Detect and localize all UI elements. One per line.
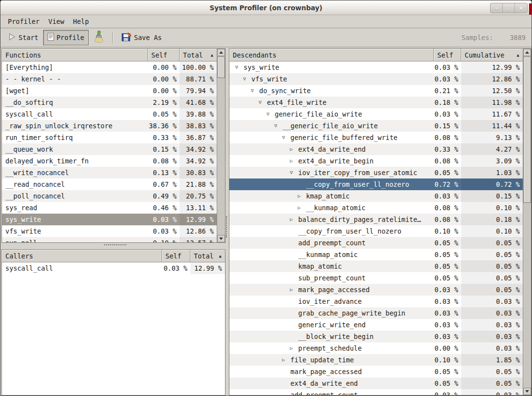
expander-closed-icon[interactable]: ▷ bbox=[290, 155, 298, 167]
start-button[interactable]: Start bbox=[3, 30, 43, 45]
maximize-button[interactable]: □ bbox=[503, 3, 515, 13]
table-row[interactable]: __block_write_begin0.03 %0.03 % bbox=[229, 331, 523, 342]
expander-closed-icon[interactable]: ▷ bbox=[282, 354, 290, 366]
table-row[interactable]: ▷__kunmap_atomic0.08 %0.10 % bbox=[229, 202, 523, 214]
table-row[interactable]: __write_nocancel0.13 %30.83 % bbox=[2, 167, 217, 178]
descendants-column-header[interactable]: Descendants bbox=[229, 49, 434, 61]
table-row[interactable]: syscall_call0.03 %12.99 % bbox=[2, 262, 225, 274]
total-column-header[interactable]: Total▲ bbox=[190, 250, 225, 262]
vertical-splitter-handle[interactable] bbox=[226, 216, 228, 238]
table-row[interactable]: iov_iter_advance0.03 %0.03 % bbox=[229, 296, 523, 307]
table-row[interactable]: [Everything]0.00 %100.00 % bbox=[2, 61, 217, 73]
self-column-header[interactable]: Self bbox=[148, 49, 180, 61]
functions-header: Functions Self Total▲ bbox=[2, 49, 217, 61]
scroll-down-button[interactable] bbox=[217, 235, 225, 242]
save-as-button[interactable]: Save As bbox=[117, 29, 166, 46]
expander-open-icon[interactable]: ▽ bbox=[282, 132, 290, 143]
table-row[interactable]: ▷ext4_da_write_begin0.08 %3.09 % bbox=[229, 155, 523, 167]
expander-open-icon[interactable]: ▽ bbox=[290, 167, 298, 178]
table-row[interactable]: [wget]0.00 %79.94 % bbox=[2, 85, 217, 97]
table-row[interactable]: __kunmap_atomic0.05 %0.05 % bbox=[229, 249, 523, 260]
table-row[interactable]: grab_cache_page_write_begin0.03 %0.03 % bbox=[229, 307, 523, 319]
table-row[interactable]: __copy_from_user_ll_nozero0.72 %0.72 % bbox=[229, 178, 523, 190]
table-row[interactable]: ▷kmap_atomic0.03 %0.15 % bbox=[229, 190, 523, 202]
horizontal-splitter-handle[interactable] bbox=[104, 244, 126, 246]
table-row[interactable]: mark_page_accessed0.05 %0.05 % bbox=[229, 366, 523, 377]
table-row[interactable]: ▷mark_page_accessed0.03 %0.05 % bbox=[229, 284, 523, 296]
table-row[interactable]: ▽__generic_file_aio_write0.15 %11.44 % bbox=[229, 120, 523, 132]
scrollbar-thumb[interactable] bbox=[523, 57, 531, 203]
descendants-scrollbar[interactable] bbox=[523, 49, 531, 395]
table-row[interactable]: ▽do_sync_write0.21 %12.50 % bbox=[229, 85, 523, 97]
table-row[interactable]: sys_poll0.10 %12.57 % bbox=[2, 237, 217, 242]
titlebar[interactable]: System Profiler (on crownbay) – □ × bbox=[0, 0, 532, 15]
expander-open-icon[interactable]: ▽ bbox=[251, 85, 259, 97]
table-row[interactable]: sys_write0.03 %12.99 % bbox=[2, 214, 217, 225]
expander-open-icon[interactable]: ▽ bbox=[259, 97, 267, 108]
self-column-header[interactable]: Self bbox=[434, 49, 461, 61]
expander-closed-icon[interactable]: ▷ bbox=[290, 143, 298, 155]
table-row[interactable]: ▽ext4_file_write0.18 %11.98 % bbox=[229, 97, 523, 108]
functions-scrollbar[interactable] bbox=[217, 49, 225, 242]
table-row[interactable]: ▽iov_iter_copy_from_user_atomic0.05 %1.0… bbox=[229, 167, 523, 178]
self-column-header[interactable]: Self bbox=[162, 250, 190, 262]
table-row[interactable]: ▽vfs_write0.03 %12.86 % bbox=[229, 73, 523, 85]
expander-open-icon[interactable]: ▽ bbox=[243, 73, 251, 85]
expander-open-icon[interactable]: ▽ bbox=[235, 61, 244, 73]
table-row[interactable]: __poll_nocancel0.49 %20.75 % bbox=[2, 190, 217, 202]
table-row[interactable]: add_preempt_count0.03 %0.03 % bbox=[229, 389, 523, 395]
table-row[interactable]: ▽generic_file_aio_write0.03 %11.67 % bbox=[229, 108, 523, 120]
scroll-up-button[interactable] bbox=[217, 49, 225, 56]
expander-closed-icon[interactable]: ▷ bbox=[290, 284, 298, 296]
table-row[interactable]: __copy_from_user_ll_nozero0.10 %0.10 % bbox=[229, 225, 523, 237]
cell-function-name: ▽sys_write bbox=[229, 61, 434, 73]
expander-closed-icon[interactable]: ▷ bbox=[298, 190, 306, 202]
function-name-label: sub_preempt_count bbox=[298, 272, 366, 284]
cumulative-column-header[interactable]: Cumulative▲ bbox=[461, 49, 523, 61]
table-row[interactable]: - - kernel - -0.00 %88.71 % bbox=[2, 73, 217, 85]
table-row[interactable]: ext4_da_write_end0.05 %0.05 % bbox=[229, 377, 523, 389]
menu-profiler[interactable]: Profiler bbox=[3, 16, 44, 27]
table-row[interactable]: vfs_write0.03 %12.86 % bbox=[2, 225, 217, 237]
cell-self: 0.08 % bbox=[434, 202, 461, 214]
table-row[interactable]: syscall_call0.05 %39.88 % bbox=[2, 108, 217, 120]
table-row[interactable]: ▷preempt_schedule0.00 %0.03 % bbox=[229, 342, 523, 354]
cell-self: 2.19 % bbox=[148, 97, 180, 108]
table-row[interactable]: ▷ext4_da_write_end0.33 %4.27 % bbox=[229, 143, 523, 155]
table-row[interactable]: ▽sys_write0.03 %12.99 % bbox=[229, 61, 523, 73]
menu-view[interactable]: View bbox=[44, 16, 69, 27]
menu-help[interactable]: Help bbox=[69, 16, 94, 27]
profile-toggle-button[interactable]: Profile bbox=[43, 30, 89, 45]
table-row[interactable]: _raw_spin_unlock_irqrestore38.36 %38.83 … bbox=[2, 120, 217, 132]
table-row[interactable]: sys_read0.46 %13.11 % bbox=[2, 202, 217, 214]
table-row[interactable]: generic_write_end0.03 %0.03 % bbox=[229, 319, 523, 331]
scroll-up-button[interactable] bbox=[523, 49, 531, 56]
close-button[interactable]: × bbox=[515, 3, 527, 13]
scrollbar-thumb[interactable] bbox=[217, 57, 225, 78]
table-row[interactable]: sub_preempt_count0.05 %0.05 % bbox=[229, 272, 523, 284]
total-column-header[interactable]: Total▲ bbox=[180, 49, 217, 61]
table-row[interactable]: kmap_atomic0.05 %0.05 % bbox=[229, 260, 523, 272]
callers-column-header[interactable]: Callers bbox=[2, 250, 162, 262]
table-row[interactable]: __read_nocancel0.67 %21.88 % bbox=[2, 178, 217, 190]
cell-self: 0.13 % bbox=[148, 167, 180, 178]
expander-open-icon[interactable]: ▽ bbox=[274, 120, 283, 132]
table-row[interactable]: ▷balance_dirty_pages_ratelimite…0.08 %0.… bbox=[229, 214, 523, 225]
table-row[interactable]: run_timer_softirq0.33 %36.87 % bbox=[2, 132, 217, 143]
table-row[interactable]: __do_softirq2.19 %41.68 % bbox=[2, 97, 217, 108]
scroll-down-button[interactable] bbox=[523, 388, 531, 395]
expander-open-icon[interactable]: ▽ bbox=[266, 108, 275, 120]
cell-function-name: ▷__kunmap_atomic bbox=[229, 202, 434, 214]
reset-button[interactable] bbox=[89, 28, 108, 48]
table-row[interactable]: delayed_work_timer_fn0.08 %34.92 % bbox=[2, 155, 217, 167]
table-row[interactable]: ▷file_update_time0.10 %1.85 % bbox=[229, 354, 523, 366]
expander-closed-icon[interactable]: ▷ bbox=[290, 342, 298, 354]
table-row[interactable]: ▽generic_file_buffered_write0.08 %9.13 % bbox=[229, 132, 523, 143]
functions-column-header[interactable]: Functions bbox=[2, 49, 148, 61]
expander-closed-icon[interactable]: ▷ bbox=[298, 202, 306, 214]
minimize-button[interactable]: – bbox=[491, 3, 503, 13]
expander-closed-icon[interactable]: ▷ bbox=[290, 214, 298, 225]
table-row[interactable]: add_preempt_count0.05 %0.05 % bbox=[229, 237, 523, 249]
table-row[interactable]: __queue_work0.15 %34.92 % bbox=[2, 143, 217, 155]
cell-total: 20.75 % bbox=[180, 190, 217, 202]
